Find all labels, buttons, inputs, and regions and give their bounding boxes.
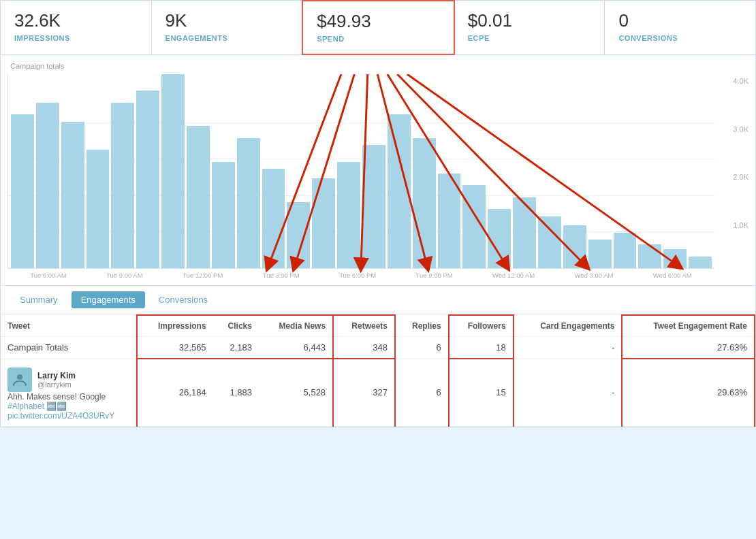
chart-bar-18 (462, 185, 486, 268)
chart-bar-9 (237, 138, 260, 268)
x-label-6: Wed 12:00 AM (492, 269, 535, 285)
chart-bar-10 (262, 169, 285, 268)
row-retweets: 327 (333, 359, 395, 426)
author-name: Larry Kim (37, 371, 76, 380)
row-cardeng: - (514, 359, 623, 426)
chart-bar-2 (61, 122, 84, 268)
author-handle: @larrykim (37, 380, 76, 389)
stat-spend[interactable]: $49.93 SPEND (302, 0, 455, 55)
hashtag[interactable]: #Alphabet (7, 402, 44, 411)
x-label-1: Tue 9:00 AM (106, 269, 143, 285)
chart-bar-19 (488, 209, 511, 268)
tweet-cell: Larry Kim @larrykim Ahh. Makes sense! Go… (1, 359, 137, 426)
table-row: Larry Kim @larrykim Ahh. Makes sense! Go… (1, 359, 755, 426)
totals-retweets: 348 (333, 337, 395, 359)
x-label-3: Tue 3:00 PM (263, 269, 300, 285)
totals-impressions: 32,565 (137, 337, 213, 359)
conversions-label: CONVERSIONS (618, 34, 678, 42)
chart-bar-8 (212, 162, 235, 268)
y-axis: 4.0K 3.0K 2.0K 1.0K (714, 74, 749, 285)
totals-tweetengrate: 27.63% (622, 337, 755, 359)
tab-engagements[interactable]: Engagements (72, 291, 145, 308)
th-followers: Followers (449, 315, 514, 337)
ecpe-label: ECPE (468, 34, 490, 42)
chart-bar-24 (614, 233, 637, 268)
row-clicks: 1,883 (213, 359, 259, 426)
table-head: Tweet Impressions Clicks Media News Retw… (1, 315, 755, 337)
th-impressions: Impressions (137, 315, 213, 337)
chart-bar-0 (11, 114, 34, 268)
table-row-totals: Campain Totals 32,565 2,183 6,443 348 6 … (1, 337, 755, 359)
totals-followers: 18 (449, 337, 514, 359)
bars-area (7, 74, 714, 269)
spend-value: $49.93 (317, 11, 440, 32)
chart-bar-12 (312, 178, 335, 268)
x-label-7: Wed 3:00 AM (575, 269, 614, 285)
th-cardeng: Card Engagements (514, 315, 623, 337)
chart-bar-21 (538, 216, 561, 268)
th-replies: Replies (395, 315, 449, 337)
tabs-bar: Summary Engagements Conversions (1, 285, 755, 314)
tab-conversions[interactable]: Conversions (149, 291, 217, 308)
chart-bar-13 (337, 162, 360, 268)
totals-replies: 6 (395, 337, 449, 359)
stats-bar: 32.6K IMPRESSIONS 9K ENGAGEMENTS $49.93 … (1, 1, 755, 55)
th-tweetengrate: Tweet Engagement Rate (622, 315, 755, 337)
chart-bar-14 (362, 145, 385, 268)
table-body: Campain Totals 32,565 2,183 6,443 348 6 … (1, 337, 755, 427)
ecpe-value: $0.01 (468, 10, 591, 31)
y-label-2k: 2.0K (733, 173, 749, 181)
impressions-value: 32.6K (14, 10, 138, 31)
tweet-link[interactable]: pic.twitter.com/UZA4O3URvY (7, 411, 129, 421)
x-label-0: Tue 6:00 AM (30, 269, 67, 285)
header-row: Tweet Impressions Clicks Media News Retw… (1, 315, 755, 337)
chart-area: Campaign totals Tue 6:00 AM Tue 9:00 AM (1, 55, 755, 285)
y-label-4k: 4.0K (733, 77, 749, 85)
chart-title: Campaign totals (7, 62, 749, 70)
stat-impressions[interactable]: 32.6K IMPRESSIONS (1, 1, 152, 54)
x-label-8: Wed 6:00 AM (653, 269, 692, 285)
avatar (7, 368, 32, 392)
stat-ecpe[interactable]: $0.01 ECPE (454, 1, 605, 54)
totals-clicks: 2,183 (213, 337, 259, 359)
th-medianews: Media News (259, 315, 333, 337)
x-label-5: Tue 9:00 PM (416, 269, 453, 285)
chart-bar-11 (287, 202, 310, 268)
row-followers: 15 (449, 359, 514, 426)
tweet-text: Ahh. Makes sense! Google #Alphabet 🔤🔤 (7, 392, 129, 411)
stat-conversions[interactable]: 0 CONVERSIONS (605, 1, 755, 54)
author-info: Larry Kim @larrykim (37, 371, 76, 389)
th-tweet: Tweet (1, 315, 137, 337)
chart-canvas: Tue 6:00 AM Tue 9:00 AM Tue 12:00 PM Tue… (7, 74, 714, 285)
svg-point-7 (17, 374, 22, 380)
totals-cardeng: - (514, 337, 623, 359)
y-label-1k: 1.0K (733, 221, 749, 229)
chart-bar-7 (187, 126, 210, 268)
row-tweetengrate: 29.63% (622, 359, 755, 426)
totals-label: Campain Totals (1, 337, 137, 359)
impressions-label: IMPRESSIONS (14, 34, 70, 42)
row-replies: 6 (395, 359, 449, 426)
engagements-value: 9K (166, 10, 289, 31)
chart-bar-23 (588, 240, 612, 268)
row-impressions: 26,184 (137, 359, 213, 426)
chart-bar-15 (388, 114, 411, 268)
tweet-author-row: Larry Kim @larrykim (7, 368, 129, 392)
x-label-2: Tue 12:00 PM (183, 269, 223, 285)
chart-bar-25 (638, 244, 661, 268)
spend-label: SPEND (317, 35, 344, 43)
chart-bar-4 (111, 103, 134, 268)
chart-bar-16 (413, 138, 436, 268)
x-labels: Tue 6:00 AM Tue 9:00 AM Tue 12:00 PM Tue… (7, 269, 714, 285)
main-container: 32.6K IMPRESSIONS 9K ENGAGEMENTS $49.93 … (0, 0, 756, 427)
tab-summary[interactable]: Summary (10, 291, 67, 308)
stat-engagements[interactable]: 9K ENGAGEMENTS (152, 1, 303, 54)
chart-bar-22 (563, 225, 586, 268)
chart-bar-27 (689, 257, 712, 268)
th-retweets: Retweets (333, 315, 395, 337)
table-container: Tweet Impressions Clicks Media News Retw… (1, 314, 755, 427)
chart-bar-26 (663, 249, 687, 268)
row-medianews: 5,528 (259, 359, 333, 426)
chart-wrapper: Tue 6:00 AM Tue 9:00 AM Tue 12:00 PM Tue… (7, 74, 749, 285)
chart-bar-3 (86, 150, 110, 268)
